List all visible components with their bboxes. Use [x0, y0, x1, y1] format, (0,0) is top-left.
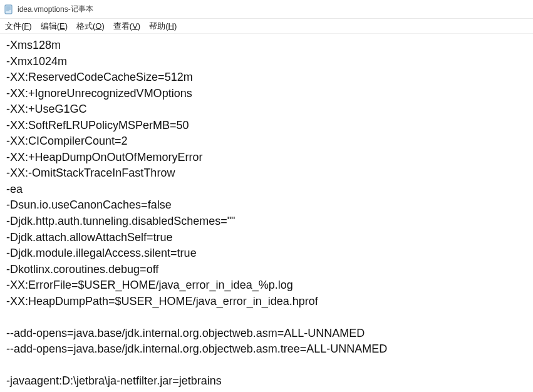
- text-line: --add-opens=java.base/jdk.internal.org.o…: [6, 341, 528, 358]
- text-line: -XX:+UseG1GC: [6, 101, 528, 118]
- text-line: -Xms128m: [6, 38, 528, 54]
- text-line: -ea: [6, 182, 528, 198]
- menu-file[interactable]: 文件(F): [5, 21, 32, 32]
- text-line: -Djdk.attach.allowAttachSelf=true: [6, 230, 528, 246]
- titlebar: idea.vmoptions - 记事本: [0, 0, 533, 19]
- text-line: [6, 309, 528, 326]
- window-title-appname: 记事本: [71, 4, 93, 14]
- menu-view[interactable]: 查看(V): [113, 21, 140, 32]
- text-area[interactable]: -Xms128m-Xmx1024m-XX:ReservedCodeCacheSi…: [0, 34, 533, 392]
- text-line: -XX:ReservedCodeCacheSize=512m: [6, 70, 528, 86]
- text-line: [6, 358, 528, 374]
- text-line: -Djdk.module.illegalAccess.silent=true: [6, 245, 528, 262]
- text-line: -Dsun.io.useCanonCaches=false: [6, 197, 528, 214]
- menu-format[interactable]: 格式(O): [76, 21, 105, 32]
- text-line: --add-opens=java.base/jdk.internal.org.o…: [6, 326, 528, 342]
- text-line: -Xmx1024m: [6, 54, 528, 70]
- text-line: -Dkotlinx.coroutines.debug=off: [6, 262, 528, 278]
- text-line: -XX:-OmitStackTraceInFastThrow: [6, 165, 528, 182]
- text-line: -XX:+HeapDumpOnOutOfMemoryError: [6, 150, 528, 166]
- text-line: -XX:CICompilerCount=2: [6, 133, 528, 150]
- text-line: -XX:HeapDumpPath=$USER_HOME/java_error_i…: [6, 294, 528, 310]
- notepad-icon: [4, 4, 14, 14]
- menu-help[interactable]: 帮助(H): [149, 21, 177, 32]
- menubar: 文件(F) 编辑(E) 格式(O) 查看(V) 帮助(H): [0, 19, 533, 34]
- menu-edit[interactable]: 编辑(E): [41, 21, 68, 32]
- text-line: -javaagent:D:\jetbra\ja-netfilter.jar=je…: [6, 373, 528, 389]
- text-line: -XX:SoftRefLRUPolicyMSPerMB=50: [6, 118, 528, 134]
- text-line: -Djdk.http.auth.tunneling.disabledScheme…: [6, 214, 528, 230]
- text-line: -XX:+IgnoreUnrecognizedVMOptions: [6, 86, 528, 102]
- window-title-filename: idea.vmoptions: [18, 5, 68, 14]
- text-line: -XX:ErrorFile=$USER_HOME/java_error_in_i…: [6, 277, 528, 294]
